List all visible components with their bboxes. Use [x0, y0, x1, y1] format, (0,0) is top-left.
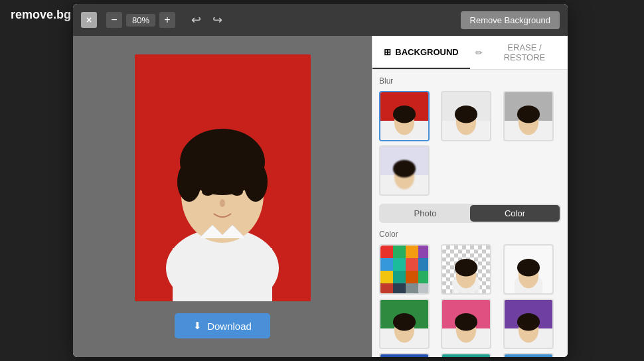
lightblue-thumb[interactable] — [503, 353, 554, 357]
redo-button[interactable]: ↪ — [208, 11, 226, 29]
teal-thumb[interactable] — [441, 353, 491, 357]
panel-tabs: ⊞ BACKGROUND ✏ ERASE / RESTORE — [372, 36, 568, 70]
blur-thumb-2[interactable] — [441, 91, 491, 141]
svg-rect-1 — [173, 248, 272, 301]
image-canvas — [135, 54, 311, 301]
white-color-thumb[interactable] — [503, 244, 554, 295]
main-modal: × − 80% + ↩ ↪ Remove Background — [73, 4, 568, 357]
app-logo: remove.bg — [11, 8, 71, 22]
svg-point-6 — [244, 162, 268, 202]
svg-point-41 — [455, 313, 477, 331]
blur-thumb-4[interactable] — [379, 145, 430, 196]
color-section-label: Color — [379, 230, 561, 239]
download-area: ⬇ Download — [175, 313, 270, 338]
pink-thumb[interactable] — [441, 299, 491, 349]
color-palette-thumb[interactable] — [379, 244, 430, 295]
svg-point-29 — [455, 259, 477, 277]
transparent-thumb[interactable] — [441, 244, 491, 295]
svg-point-13 — [393, 106, 416, 123]
svg-point-9 — [220, 199, 225, 207]
toggle-color-button[interactable]: Color — [470, 205, 560, 222]
svg-point-17 — [455, 106, 477, 123]
panel-content[interactable]: Blur — [372, 70, 568, 357]
download-button[interactable]: ⬇ Download — [175, 313, 270, 338]
svg-point-45 — [517, 313, 540, 331]
download-label: Download — [207, 321, 252, 332]
modal-body: ⬇ Download ⊞ BACKGROUND ✏ ERASE / RESTOR… — [73, 36, 568, 357]
erase-icon: ✏ — [475, 48, 483, 58]
svg-point-25 — [393, 160, 416, 178]
tab-erase-label: ERASE / RESTORE — [487, 42, 562, 62]
purple-thumb[interactable] — [503, 299, 554, 349]
tab-background[interactable]: ⊞ BACKGROUND — [372, 36, 470, 69]
blur-thumbnails — [379, 91, 561, 196]
svg-point-21 — [517, 106, 540, 123]
undo-button[interactable]: ↩ — [187, 11, 204, 29]
toggle-photo-button[interactable]: Photo — [380, 205, 470, 222]
zoom-in-button[interactable]: + — [159, 12, 175, 28]
svg-point-33 — [517, 259, 540, 277]
image-area: ⬇ Download — [73, 36, 372, 357]
svg-point-5 — [177, 162, 201, 202]
svg-point-37 — [393, 313, 416, 331]
svg-point-8 — [231, 188, 243, 196]
download-icon: ⬇ — [193, 320, 202, 332]
blur-thumb-3[interactable] — [503, 91, 554, 141]
zoom-out-button[interactable]: − — [106, 12, 122, 28]
blur-thumb-1[interactable] — [379, 91, 430, 141]
close-button[interactable]: × — [81, 12, 97, 28]
blur-section-label: Blur — [379, 76, 561, 86]
layers-icon: ⊞ — [384, 47, 391, 57]
right-panel: ⊞ BACKGROUND ✏ ERASE / RESTORE Blur — [372, 36, 568, 357]
color-thumbnails — [379, 244, 561, 357]
zoom-value: 80% — [126, 14, 155, 27]
tab-erase-restore[interactable]: ✏ ERASE / RESTORE — [470, 36, 568, 69]
color-palette-grid — [380, 246, 430, 295]
modal-toolbar: × − 80% + ↩ ↪ Remove Background — [73, 4, 568, 36]
photo-color-toggle: Photo Color — [379, 204, 561, 223]
remove-background-button[interactable]: Remove Background — [461, 11, 560, 29]
blue-thumb[interactable] — [379, 353, 430, 357]
portrait-person — [149, 76, 295, 301]
svg-point-7 — [202, 188, 214, 196]
zoom-controls: − 80% + — [106, 12, 175, 28]
green-thumb[interactable] — [379, 299, 430, 349]
undo-redo-controls: ↩ ↪ — [187, 11, 226, 29]
tab-background-label: BACKGROUND — [395, 47, 458, 57]
